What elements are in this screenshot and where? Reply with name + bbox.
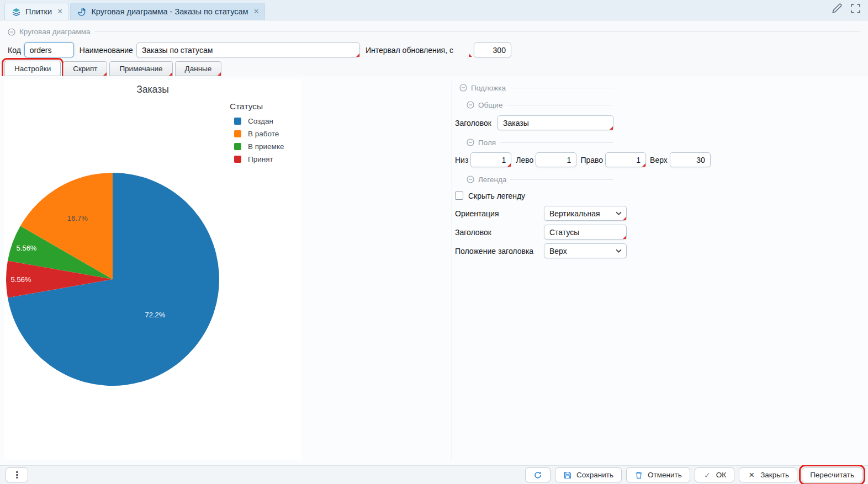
- check-icon: ✓: [703, 471, 712, 480]
- chart-title-label: Заголовок: [455, 119, 497, 127]
- pie-slice-label: 72.2%: [145, 311, 165, 319]
- legend-item: В работе: [234, 130, 284, 138]
- refresh-icon: [533, 471, 542, 480]
- tab-settings[interactable]: Настройки: [4, 61, 61, 76]
- save-button[interactable]: Сохранить: [555, 467, 622, 482]
- fullscreen-icon[interactable]: [850, 3, 861, 14]
- close-button[interactable]: × Закрыть: [739, 467, 797, 482]
- chart-title-row: Заголовок: [455, 115, 860, 130]
- chart-title: Заказы: [4, 84, 301, 95]
- group-header-margins: Поля: [467, 137, 613, 147]
- tab-data[interactable]: Данные: [175, 61, 222, 76]
- legend-item: Принят: [234, 155, 284, 163]
- refresh-interval-input[interactable]: [474, 42, 511, 57]
- margin-bottom-input[interactable]: [470, 152, 511, 167]
- page-tabs: Настройки Скрипт Примечание Данные: [0, 61, 868, 76]
- save-icon: [563, 471, 572, 480]
- code-input[interactable]: [24, 42, 74, 57]
- legend-title-row: Заголовок: [455, 225, 860, 240]
- legend-title-position-select[interactable]: Верх: [544, 243, 627, 258]
- legend-label: Принят: [248, 155, 273, 163]
- group-header-pie-chart: Круговая диаграмма: [8, 27, 860, 36]
- tab-note[interactable]: Примечание: [109, 61, 172, 76]
- save-label: Сохранить: [576, 471, 613, 479]
- legend-swatch: [234, 156, 241, 163]
- orientation-select[interactable]: Вертикальная: [544, 206, 627, 221]
- recalculate-button[interactable]: Пересчитать: [802, 467, 862, 482]
- collapse-icon[interactable]: [467, 175, 474, 183]
- pie-slice-label: 5.56%: [11, 275, 31, 284]
- legend-title: Статусы: [230, 102, 284, 111]
- ok-label: ОК: [716, 471, 726, 479]
- legend-swatch: [234, 130, 241, 137]
- settings-panel: Подложка Общие Заголовок Поля: [452, 76, 868, 465]
- group-header-backdrop: Подложка: [459, 83, 616, 93]
- margin-right-input[interactable]: [605, 152, 646, 167]
- legend-item: Создан: [234, 117, 284, 125]
- chevron-down-icon: [616, 211, 622, 215]
- name-input[interactable]: [136, 42, 360, 57]
- divider-line: [506, 105, 613, 105]
- trash-icon: [634, 471, 643, 480]
- window-tab-label: Плитки: [25, 7, 52, 16]
- name-label: Наименование: [80, 46, 133, 55]
- recalculate-label: Пересчитать: [810, 471, 854, 479]
- collapse-icon[interactable]: [467, 101, 474, 109]
- group-title: Круговая диаграмма: [19, 28, 91, 36]
- legend-swatch: [234, 118, 241, 125]
- more-actions-button[interactable]: ⋮: [6, 467, 28, 482]
- group-title: Подложка: [471, 84, 506, 92]
- editor-header: Круговая диаграмма Код Наименование Инте…: [0, 20, 868, 61]
- code-label: Код: [8, 46, 21, 55]
- cancel-button[interactable]: Отменить: [626, 467, 690, 482]
- legend-title-input[interactable]: [544, 225, 627, 240]
- divider-line: [510, 88, 616, 88]
- margin-top-input[interactable]: [670, 152, 711, 167]
- margins-row: Низ Лево Право Верх: [455, 152, 860, 167]
- orientation-value: Вертикальная: [549, 209, 600, 218]
- window-tab-tiles[interactable]: Плитки ×: [4, 3, 68, 20]
- margin-left-input[interactable]: [536, 152, 576, 167]
- footer-buttons: Сохранить Отменить ✓ ОК × Закрыть Пересч…: [525, 467, 862, 482]
- chart-preview: Заказы Статусы Создан В работе В приемке: [4, 79, 301, 460]
- window-tab-pie-chart[interactable]: Круговая диаграмма - Заказы по статусам …: [70, 3, 264, 20]
- divider-line: [510, 179, 613, 180]
- group-title: Общие: [478, 101, 502, 109]
- divider-line: [500, 142, 613, 143]
- hide-legend-checkbox[interactable]: [455, 192, 463, 200]
- pie-chart-icon: [77, 7, 87, 17]
- window-actions: [831, 0, 861, 20]
- hide-legend-row: Скрыть легенду: [455, 191, 860, 200]
- margin-top-label: Верх: [650, 156, 668, 164]
- pie-slice-label: 16.7%: [67, 214, 88, 222]
- hide-legend-label: Скрыть легенду: [468, 192, 525, 200]
- window-tab-label: Круговая диаграмма - Заказы по статусам: [91, 7, 248, 16]
- close-icon[interactable]: ×: [254, 7, 259, 16]
- legend-label: В приемке: [248, 142, 284, 151]
- collapse-icon[interactable]: [467, 139, 474, 146]
- refresh-button[interactable]: [525, 467, 551, 482]
- legend-label: Создан: [248, 117, 273, 125]
- refresh-interval-label: Интервал обновления, с: [366, 46, 453, 55]
- tab-script[interactable]: Скрипт: [63, 61, 107, 76]
- close-icon[interactable]: ×: [57, 7, 62, 16]
- main-fields-row: Код Наименование Интервал обновления, с: [8, 42, 860, 57]
- legend-title-label: Заголовок: [455, 228, 544, 237]
- app-window: Плитки × Круговая диаграмма - Заказы по …: [0, 0, 868, 484]
- collapse-icon[interactable]: [8, 28, 15, 36]
- legend-item: В приемке: [234, 142, 284, 151]
- close-x-icon: ×: [747, 471, 756, 480]
- chart-title-input[interactable]: [497, 115, 613, 130]
- ok-button[interactable]: ✓ ОК: [695, 467, 734, 482]
- collapse-icon[interactable]: [459, 84, 467, 92]
- tiles-icon: [12, 7, 21, 17]
- edit-pencil-icon[interactable]: [831, 3, 843, 14]
- pie-chart: 72.2%16.7%5.56%5.56%: [6, 172, 220, 386]
- window-tab-bar: Плитки × Круговая диаграмма - Заказы по …: [0, 0, 868, 20]
- group-title: Поля: [478, 139, 496, 147]
- cancel-label: Отменить: [648, 471, 682, 479]
- divider-line: [94, 31, 860, 32]
- chevron-down-icon: [616, 249, 622, 253]
- margin-left-label: Лево: [516, 156, 533, 164]
- legend-swatch: [234, 143, 241, 150]
